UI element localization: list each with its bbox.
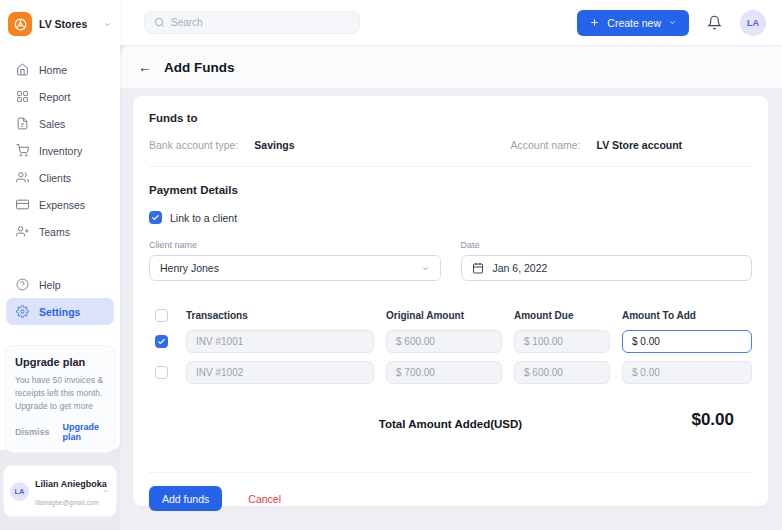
col-amount-due: Amount Due xyxy=(514,310,610,321)
content-area: Funds to Bank account type: Savings Acco… xyxy=(120,88,782,530)
sidebar-item-label: Help xyxy=(39,279,61,291)
cancel-button[interactable]: Cancel xyxy=(248,493,281,505)
table-row xyxy=(149,361,752,384)
search-box xyxy=(144,11,360,34)
sidebar-item-label: Expenses xyxy=(39,199,85,211)
amount-to-add-input xyxy=(622,361,752,384)
nav-spacer xyxy=(0,245,120,271)
user-avatar: LA xyxy=(10,482,29,501)
amount-due-field xyxy=(514,330,610,353)
add-funds-card: Funds to Bank account type: Savings Acco… xyxy=(133,96,768,506)
row-checkbox[interactable] xyxy=(155,366,168,379)
search-input[interactable] xyxy=(171,17,350,28)
inventory-icon xyxy=(16,144,29,157)
total-amount-value: $0.00 xyxy=(691,410,734,430)
settings-icon xyxy=(16,305,29,318)
workspace-switcher[interactable]: LV Stores xyxy=(0,8,120,46)
client-name-label: Client name xyxy=(149,240,441,250)
col-transactions: Transactions xyxy=(186,310,374,321)
account-name-label: Account name: xyxy=(511,139,581,151)
bank-account-type-label: Bank account type: xyxy=(149,139,238,151)
select-all-checkbox[interactable] xyxy=(155,309,168,322)
calendar-icon xyxy=(472,262,484,274)
notifications-bell-icon[interactable] xyxy=(707,15,722,30)
sidebar-panel: LV Stores Home Report xyxy=(0,0,120,450)
transaction-id-field xyxy=(186,330,374,353)
sidebar-item-label: Inventory xyxy=(39,145,82,157)
amount-due-field xyxy=(514,361,610,384)
upgrade-plan-title: Upgrade plan xyxy=(15,356,105,368)
sidebar-item-label: Report xyxy=(39,91,71,103)
sidebar-item-clients[interactable]: Clients xyxy=(6,164,114,191)
funds-to-heading: Funds to xyxy=(149,112,752,124)
sidebar-item-label: Clients xyxy=(39,172,71,184)
sidebar-item-settings[interactable]: Settings xyxy=(6,298,114,325)
app-root: LV Stores Home Report xyxy=(0,0,782,530)
search-icon xyxy=(154,17,165,28)
create-new-button[interactable]: Create new xyxy=(577,10,689,36)
upgrade-plan-link[interactable]: Upgrade plan xyxy=(63,422,105,442)
sidebar-item-label: Sales xyxy=(39,118,65,130)
date-label: Date xyxy=(461,240,753,250)
topbar-avatar[interactable]: LA xyxy=(740,10,766,36)
date-value: Jan 6, 2022 xyxy=(493,262,742,274)
help-icon xyxy=(16,278,29,291)
sidebar: LV Stores Home Report xyxy=(0,0,120,530)
workspace-name: LV Stores xyxy=(39,18,96,30)
date-field[interactable]: Jan 6, 2022 xyxy=(461,255,753,281)
sidebar-item-label: Home xyxy=(39,64,67,76)
sidebar-item-expenses[interactable]: Expenses xyxy=(6,191,114,218)
user-email: lilianagbe@gmail.com xyxy=(35,499,99,506)
chevron-down-icon xyxy=(103,20,112,29)
link-to-client-checkbox[interactable] xyxy=(149,211,162,224)
client-name-select[interactable]: Henry Jones xyxy=(149,255,441,281)
teams-icon xyxy=(16,225,29,238)
transaction-id-field xyxy=(186,361,374,384)
home-icon xyxy=(16,63,29,76)
table-header-row: Transactions Original Amount Amount Due … xyxy=(149,309,752,322)
amount-to-add-input[interactable] xyxy=(622,330,752,353)
page-body: ← Add Funds Funds to Bank account type: … xyxy=(120,46,782,530)
chevron-down-icon xyxy=(421,264,430,273)
topbar: Create new LA xyxy=(120,0,782,46)
sidebar-item-label: Teams xyxy=(39,226,70,238)
expenses-icon xyxy=(16,198,29,211)
report-icon xyxy=(16,90,29,103)
total-amount-label: Total Amount Added(USD) xyxy=(379,418,522,430)
sidebar-item-report[interactable]: Report xyxy=(6,83,114,110)
dismiss-link[interactable]: Dismiss xyxy=(15,427,50,437)
sales-icon xyxy=(16,117,29,130)
add-funds-button[interactable]: Add funds xyxy=(149,486,222,511)
sidebar-item-help[interactable]: Help xyxy=(6,271,114,298)
original-amount-field xyxy=(386,330,502,353)
user-account-card[interactable]: LA Lilian Aniegboka lilianagbe@gmail.com xyxy=(3,465,117,517)
upgrade-plan-card: Upgrade plan You have 50 invoices & rece… xyxy=(5,345,115,453)
clients-icon xyxy=(16,171,29,184)
link-to-client-label: Link to a client xyxy=(170,212,237,224)
account-name-value: LV Store account xyxy=(597,139,683,151)
sidebar-item-sales[interactable]: Sales xyxy=(6,110,114,137)
sidebar-item-inventory[interactable]: Inventory xyxy=(6,137,114,164)
transactions-table: Transactions Original Amount Amount Due … xyxy=(149,309,752,384)
col-amount-to-add: Amount To Add xyxy=(622,310,752,321)
sidebar-item-home[interactable]: Home xyxy=(6,56,114,83)
col-original-amount: Original Amount xyxy=(386,310,502,321)
original-amount-field xyxy=(386,361,502,384)
plus-icon xyxy=(589,17,600,28)
section-divider xyxy=(149,166,752,167)
page-title: Add Funds xyxy=(164,60,235,75)
upgrade-plan-body: You have 50 invoices & receipts left thi… xyxy=(15,374,105,412)
link-to-client-row[interactable]: Link to a client xyxy=(149,211,752,224)
row-checkbox[interactable] xyxy=(155,335,168,348)
client-name-value: Henry Jones xyxy=(160,262,412,274)
brand-logo-icon xyxy=(8,12,32,36)
sidebar-nav: Home Report Sales xyxy=(0,56,120,325)
sidebar-item-teams[interactable]: Teams xyxy=(6,218,114,245)
back-arrow-icon[interactable]: ← xyxy=(138,60,152,74)
chevron-down-icon xyxy=(102,487,110,495)
create-new-label: Create new xyxy=(607,17,661,29)
footer-divider xyxy=(149,472,752,473)
table-row xyxy=(149,330,752,353)
page-header: ← Add Funds xyxy=(120,46,782,88)
bank-account-type-value: Savings xyxy=(254,139,294,151)
